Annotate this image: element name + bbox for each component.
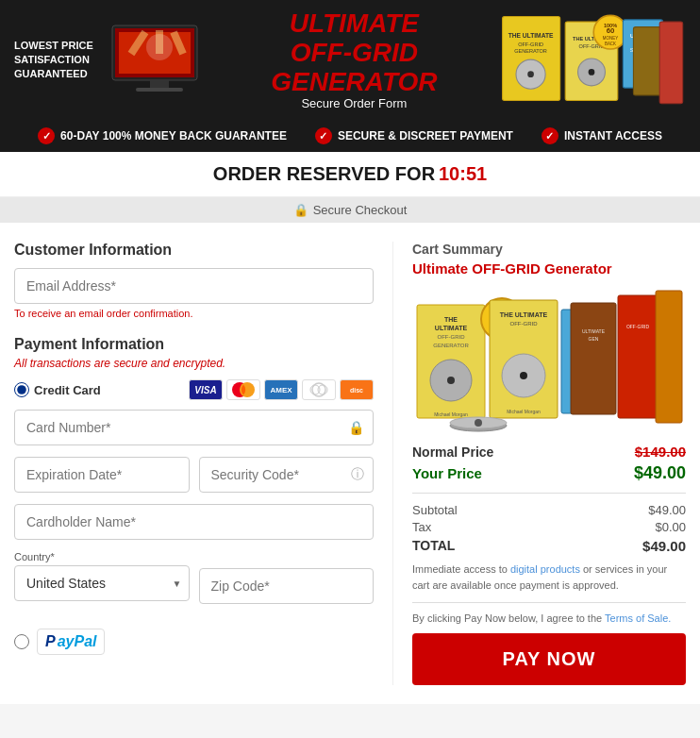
customer-info-title: Customer Information (14, 242, 374, 259)
svg-rect-30 (659, 22, 682, 104)
svg-rect-8 (136, 88, 183, 92)
credit-card-radio[interactable] (14, 382, 29, 397)
check-icon-2: ✓ (315, 127, 332, 144)
svg-text:ULTIMATE: ULTIMATE (435, 325, 468, 331)
total-value: $49.00 (642, 538, 686, 554)
svg-text:OFF-GRID: OFF-GRID (510, 321, 539, 327)
expiry-group (14, 457, 190, 493)
subtotal-label: Subtotal (412, 503, 458, 517)
timer-value: 10:51 (439, 163, 487, 184)
paypal-logo: PayPal (37, 629, 105, 655)
cvv-input-wrap: ⓘ (199, 457, 375, 493)
svg-rect-64 (656, 291, 682, 423)
svg-text:MONEY: MONEY (603, 36, 618, 41)
svg-point-14 (527, 72, 534, 78)
svg-text:OFF-GRID: OFF-GRID (626, 324, 650, 329)
check-icon-1: ✓ (38, 127, 55, 144)
svg-text:GEN: GEN (589, 336, 599, 342)
svg-text:Michael Morgan: Michael Morgan (434, 411, 468, 417)
svg-rect-62 (618, 295, 658, 418)
country-zip-row: Country* United States Canada United Kin… (14, 551, 374, 615)
header-secure-text: Secure Order Form (225, 96, 483, 110)
header-monitor-image (108, 21, 211, 99)
svg-rect-7 (150, 80, 169, 88)
svg-point-67 (475, 419, 482, 427)
payment-info-title: Payment Information (14, 336, 374, 353)
amex-icon: AMEX (264, 379, 298, 400)
paypal-radio[interactable] (14, 634, 29, 649)
diners-icon (302, 379, 336, 400)
digital-products-link[interactable]: digital products (510, 563, 580, 575)
email-hint: To receive an email order confirmation. (14, 308, 374, 319)
cvv-group: ⓘ (199, 457, 375, 493)
tos-note: By clicking Pay Now below, I agree to th… (412, 612, 686, 624)
cart-product-title: Ultimate OFF-GRID Generator (412, 260, 686, 277)
guarantee-item-1: ✓ 60-DAY 100% MONEY BACK GUARANTEE (38, 127, 287, 144)
info-icon: ⓘ (351, 466, 364, 483)
your-price-value: $49.00 (634, 463, 686, 483)
header-guarantee-text: LOWEST PRICE SATISFACTION GUARANTEED (14, 39, 93, 82)
svg-text:GENERATOR: GENERATOR (433, 343, 469, 348)
card-number-group: 🔒 (14, 410, 374, 445)
guarantee-label-2: SECURE & DISCREET PAYMENT (338, 129, 513, 143)
svg-point-42 (447, 377, 455, 384)
country-label: Country* (14, 551, 190, 562)
credit-card-row: Credit Card VISA AMEX (14, 379, 374, 400)
svg-text:OFF-GRID: OFF-GRID (438, 334, 466, 340)
your-price-label: Your Price (412, 465, 482, 481)
zip-group (199, 551, 375, 604)
svg-point-53 (520, 372, 527, 379)
credit-card-label[interactable]: Credit Card (14, 382, 101, 397)
subtotal-value: $49.00 (648, 503, 686, 517)
svg-text:THE ULTIMATE: THE ULTIMATE (508, 32, 554, 39)
cvv-input[interactable] (199, 457, 375, 493)
summary-divider (412, 493, 686, 494)
cardholder-input[interactable] (14, 504, 374, 540)
svg-text:60: 60 (607, 27, 615, 36)
total-row: TOTAL $49.00 (412, 538, 686, 554)
visa-icon: VISA (189, 379, 223, 400)
payment-section: Payment Information All transactions are… (14, 336, 374, 655)
svg-point-19 (589, 69, 595, 75)
svg-text:BACK: BACK (605, 42, 616, 46)
left-column: Customer Information To receive an email… (14, 242, 393, 685)
discover-icon: disc (340, 379, 374, 400)
email-input[interactable] (14, 268, 374, 304)
expiry-input[interactable] (14, 457, 190, 493)
header: LOWEST PRICE SATISFACTION GUARANTEED ULT… (0, 0, 700, 120)
right-column: Cart Summary Ultimate OFF-GRID Generator… (393, 242, 686, 685)
email-form-group: To receive an email order confirmation. (14, 268, 374, 319)
zip-input[interactable] (199, 568, 375, 604)
lock-card-icon: 🔒 (348, 420, 364, 435)
paypal-row[interactable]: PayPal (14, 629, 374, 655)
svg-text:ULTIMATE: ULTIMATE (582, 328, 606, 334)
tax-label: Tax (412, 520, 431, 534)
payment-subtitle: All transactions are secure and encrypte… (14, 357, 374, 370)
normal-price-row: Normal Price $149.00 (412, 444, 686, 460)
header-title: ULTIMATE OFF-GRID GENERATOR Secure Order… (225, 9, 483, 110)
guarantee-label-1: 60-DAY 100% MONEY BACK GUARANTEE (60, 129, 287, 143)
tos-divider (412, 602, 686, 603)
svg-text:THE: THE (444, 316, 458, 323)
secure-checkout-bar: 🔒 Secure Checkout (0, 197, 700, 223)
guarantee-label-3: INSTANT ACCESS (564, 129, 662, 143)
cardholder-group (14, 504, 374, 540)
product-image: THE ULTIMATE OFF-GRID GENERATOR Michael … (412, 286, 686, 432)
expiry-cvv-row: ⓘ (14, 457, 374, 504)
card-number-input[interactable] (14, 410, 374, 445)
header-ultimate-text: ULTIMATE OFF-GRID GENERATOR (225, 9, 483, 96)
terms-of-sale-link[interactable]: Terms of Sale. (605, 612, 671, 624)
svg-point-6 (146, 34, 173, 60)
lock-icon: 🔒 (293, 203, 308, 217)
total-label: TOTAL (412, 538, 455, 554)
svg-text:Michael Morgan: Michael Morgan (507, 409, 541, 414)
normal-price-value: $149.00 (635, 444, 686, 460)
tax-value: $0.00 (655, 520, 686, 534)
normal-price-label: Normal Price (412, 444, 493, 460)
pay-now-button[interactable]: Pay Now (412, 633, 686, 685)
country-select[interactable]: United States Canada United Kingdom Aust… (14, 565, 190, 601)
timer-bar: ORDER RESERVED FOR 10:51 (0, 152, 700, 197)
svg-rect-59 (571, 303, 616, 414)
guarantee-item-2: ✓ SECURE & DISCREET PAYMENT (315, 127, 513, 144)
your-price-row: Your Price $49.00 (412, 463, 686, 483)
